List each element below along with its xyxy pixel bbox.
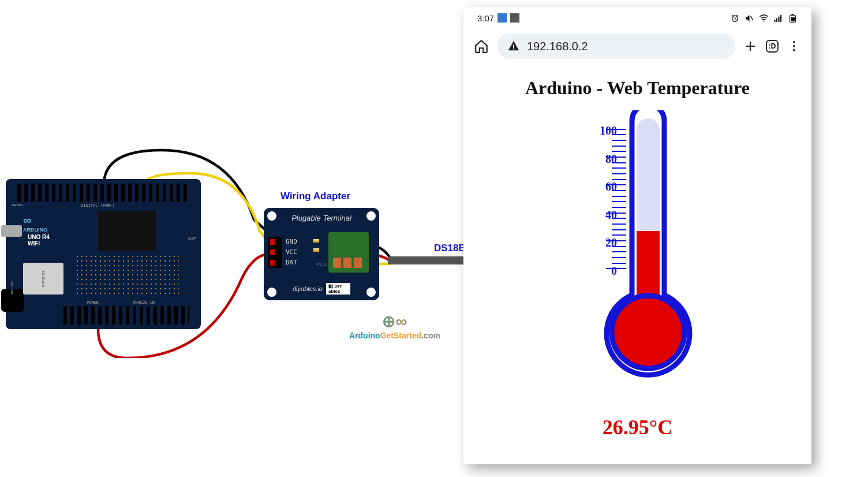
arduino-digital-label: DIGITAL (PWM~) [81, 203, 115, 208]
svg-rect-4 [776, 18, 777, 21]
svg-point-2 [763, 20, 764, 21]
page-content: Arduino - Web Temperature 100 80 60 40 2… [463, 64, 811, 453]
signal-icon [773, 13, 783, 23]
battery-icon [788, 13, 798, 23]
svg-rect-5 [779, 16, 780, 21]
browser-toolbar: 192.168.0.2 :D [463, 29, 811, 64]
arduino-icsp-label: ICSP [188, 237, 196, 240]
svg-rect-10 [513, 44, 514, 48]
adapter-brand: diyables.io ▮▯ DIY ables [293, 283, 350, 295]
insecure-warning-icon [507, 40, 520, 53]
svg-line-1 [751, 16, 753, 20]
arduino-model: UNO R4WIFI [28, 234, 50, 247]
arduino-logo: ∞ARDUINO [23, 214, 47, 233]
adapter-terminal-block [328, 232, 369, 273]
arduino-power-label: POWER [87, 300, 99, 305]
url-bar[interactable]: 192.168.0.2 [497, 33, 735, 59]
adapter-resistor: 472 Ω [316, 262, 327, 266]
svg-rect-8 [791, 17, 795, 21]
temperature-reading: 26.95°C [603, 415, 672, 439]
arduino-analog-label: ANALOG IN [133, 300, 155, 305]
alarm-icon [730, 13, 740, 23]
arduino-board: RESET OFF ON ICSP ∞ARDUINO UNO R4WIFI DI… [6, 179, 201, 329]
statusbar-app-icon [510, 13, 519, 23]
menu-dots-icon[interactable] [787, 39, 801, 53]
svg-rect-9 [791, 14, 794, 15]
phone-statusbar: 3:07 [463, 7, 811, 29]
svg-rect-3 [774, 20, 775, 22]
adapter-pin-labels: GNDVCCDAT [286, 237, 297, 268]
statusbar-app-icon [497, 13, 507, 23]
url-text: 192.168.0.2 [527, 40, 588, 53]
arduino-proto-area [75, 254, 179, 295]
thermometer-widget: 100 80 60 40 20 0 [475, 110, 800, 439]
phone-mockup: 3:07 192.168.0.2 :D Arduino - Web Temper [463, 7, 811, 464]
home-icon[interactable] [474, 39, 489, 54]
arduino-reset-label: RESET [12, 203, 23, 207]
svg-rect-11 [513, 49, 514, 50]
mute-icon [744, 13, 754, 23]
thermometer-svg [571, 110, 704, 411]
arduino-main-chip [98, 211, 156, 251]
arduino-wifi-module [23, 263, 63, 295]
wifi-icon [759, 13, 769, 23]
new-tab-icon[interactable] [743, 39, 757, 53]
adapter-heading: Wiring Adapter [280, 191, 350, 202]
arduino-off-on: OFF ON [10, 281, 14, 295]
page-title: Arduino - Web Temperature [475, 77, 800, 99]
arduino-usb-port [1, 225, 22, 237]
statusbar-time: 3:07 [477, 13, 494, 23]
tabs-icon[interactable]: :D [765, 39, 779, 53]
adapter-input-pins [268, 237, 282, 268]
adapter-leds [313, 239, 319, 252]
adapter-title: Plugable Terminal [291, 214, 351, 222]
watermark-logo: ⊕∞ ArduinoGetStarted.com [349, 312, 440, 340]
svg-rect-6 [780, 14, 781, 21]
adapter-board: Plugable Terminal GNDVCCDAT 472 Ω diyabl… [264, 208, 379, 300]
